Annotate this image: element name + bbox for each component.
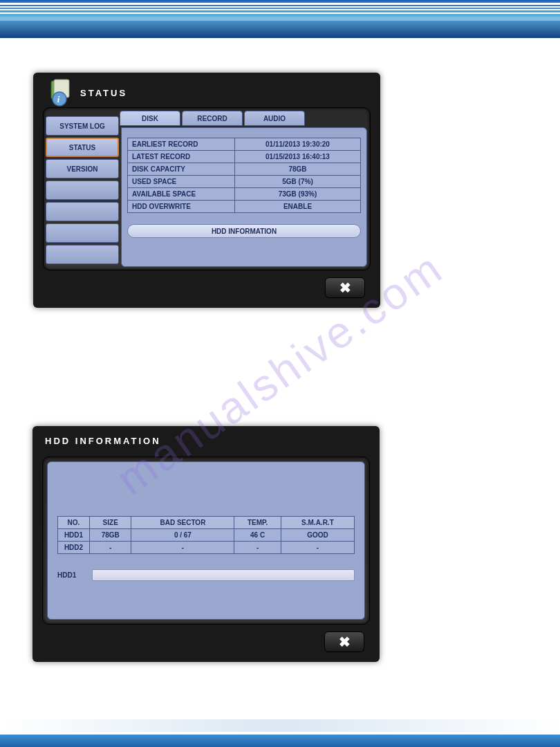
row-label: USED SPACE (128, 176, 235, 188)
cell-size: 78GB (90, 529, 131, 542)
status-body: SYSTEM LOG STATUS VERSION DISK RECORD AU… (43, 107, 371, 270)
table-header-row: NO. SIZE BAD SECTOR TEMP. S.M.A.R.T (58, 517, 355, 529)
sidebar-item-empty (46, 202, 119, 221)
cell-bad-sector: 0 / 67 (131, 529, 234, 542)
button-label: HDD INFORMATION (212, 228, 277, 235)
sidebar-item-status[interactable]: STATUS (46, 138, 119, 157)
sidebar-item-system-log[interactable]: SYSTEM LOG (46, 116, 119, 136)
table-row: LATEST RECORD01/15/2013 16:40:13 (128, 151, 361, 163)
cell-smart: - (281, 542, 354, 554)
cell-temp: 46 C (234, 529, 281, 542)
tabs: DISK RECORD AUDIO (120, 111, 305, 126)
status-panel: i STATUS SYSTEM LOG STATUS VERSION DISK … (33, 73, 380, 308)
hdd-information-button[interactable]: HDD INFORMATION (127, 224, 361, 238)
tab-disk[interactable]: DISK (120, 111, 180, 126)
sidebar-item-empty (46, 245, 119, 264)
col-size: SIZE (90, 517, 131, 529)
row-value: 5GB (7%) (235, 176, 361, 188)
row-value: 01/15/2013 16:40:13 (235, 151, 361, 163)
row-label: HDD OVERWRITE (128, 201, 235, 213)
tab-label: AUDIO (263, 115, 286, 122)
table-row: AVAILABLE SPACE73GB (93%) (128, 188, 361, 201)
progress-bar (92, 569, 355, 581)
row-value: 01/11/2013 19:30:20 (235, 138, 361, 151)
table-row: EARLIEST RECORD01/11/2013 19:30:20 (128, 138, 361, 151)
table-row: USED SPACE5GB (7%) (128, 176, 361, 188)
col-no: NO. (58, 517, 90, 529)
table-row: HDD OVERWRITEENABLE (128, 201, 361, 213)
sidebar: SYSTEM LOG STATUS VERSION (46, 116, 119, 268)
col-temp: TEMP. (234, 517, 281, 529)
close-icon: ✖ (339, 634, 351, 650)
sidebar-item-version[interactable]: VERSION (46, 159, 119, 178)
row-value: ENABLE (235, 201, 361, 213)
sidebar-item-label: SYSTEM LOG (59, 122, 105, 130)
disk-content: EARLIEST RECORD01/11/2013 19:30:20 LATES… (121, 127, 367, 267)
cell-no: HDD1 (58, 529, 90, 542)
close-button[interactable]: ✖ (325, 277, 365, 298)
sidebar-item-empty (46, 181, 119, 200)
row-value: 78GB (235, 163, 361, 176)
hdd-header: HDD INFORMATION (32, 426, 380, 449)
hdd-body: NO. SIZE BAD SECTOR TEMP. S.M.A.R.T HDD1… (42, 456, 370, 625)
hdd-progress-row: HDD1 (57, 569, 355, 581)
table-row: HDD2 - - - - (58, 542, 355, 554)
table-row: HDD1 78GB 0 / 67 46 C GOOD (58, 529, 355, 542)
tab-audio[interactable]: AUDIO (244, 111, 305, 126)
sidebar-item-label: STATUS (69, 144, 96, 151)
row-value: 73GB (93%) (235, 188, 361, 201)
hdd-table: NO. SIZE BAD SECTOR TEMP. S.M.A.R.T HDD1… (57, 516, 355, 554)
close-icon: ✖ (339, 279, 351, 296)
cell-smart: GOOD (281, 529, 354, 542)
tab-record[interactable]: RECORD (182, 111, 243, 126)
hdd-info-panel: HDD INFORMATION NO. SIZE BAD SECTOR TEMP… (32, 426, 380, 662)
col-bad-sector: BAD SECTOR (131, 517, 234, 529)
sidebar-item-label: VERSION (66, 165, 97, 173)
close-button[interactable]: ✖ (324, 631, 364, 652)
top-banner (0, 0, 560, 38)
bottom-decor-light (0, 719, 560, 732)
disk-info-table: EARLIEST RECORD01/11/2013 19:30:20 LATES… (127, 138, 361, 213)
row-label: EARLIEST RECORD (128, 138, 235, 151)
progress-label: HDD1 (57, 571, 85, 579)
svg-text:i: i (57, 94, 62, 104)
bottom-decor (0, 735, 560, 747)
cell-no: HDD2 (58, 542, 90, 554)
row-label: LATEST RECORD (128, 151, 235, 163)
tab-label: RECORD (197, 115, 227, 122)
status-title: STATUS (80, 88, 127, 98)
cell-size: - (90, 542, 131, 554)
row-label: AVAILABLE SPACE (128, 188, 235, 201)
status-header: i STATUS (33, 73, 380, 110)
tab-label: DISK (142, 115, 158, 122)
cell-bad-sector: - (131, 542, 234, 554)
sidebar-item-empty (46, 223, 119, 243)
col-smart: S.M.A.R.T (281, 517, 354, 529)
hdd-inner: NO. SIZE BAD SECTOR TEMP. S.M.A.R.T HDD1… (47, 461, 365, 620)
cell-temp: - (234, 542, 281, 554)
row-label: DISK CAPACITY (128, 163, 235, 176)
hdd-title: HDD INFORMATION (45, 436, 161, 446)
table-row: DISK CAPACITY78GB (128, 163, 361, 176)
info-folder-icon: i (47, 78, 76, 107)
